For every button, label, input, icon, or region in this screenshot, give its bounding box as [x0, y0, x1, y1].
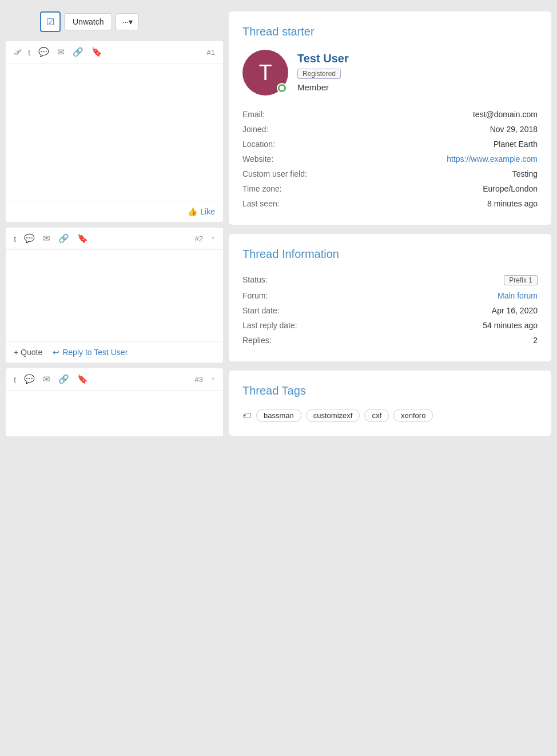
user-info: Test User Registered Member — [297, 50, 349, 92]
user-role: Member — [297, 82, 349, 92]
reply-icon: ↩ — [53, 348, 59, 357]
bookmark-icon-2[interactable]: 🔖 — [77, 233, 88, 244]
online-indicator — [277, 83, 287, 93]
bookmark-icon-3[interactable]: 🔖 — [77, 374, 88, 384]
lastreply-row: Last reply date: 54 minutes ago — [242, 318, 538, 333]
custom-row: Custom user field: Testing — [242, 166, 538, 181]
forum-link[interactable]: Main forum — [498, 291, 538, 300]
replies-value: 2 — [390, 333, 538, 348]
reply-label: Reply to Test User — [62, 348, 128, 357]
thread-starter-card: Thread starter T Test User Registered Me… — [229, 11, 551, 225]
status-row: Status: Prefix 1 — [242, 272, 538, 288]
tag-pill[interactable]: xenforo — [393, 409, 433, 422]
tag-icon: 🏷 — [242, 411, 252, 421]
post-number-3[interactable]: #3 — [195, 375, 203, 384]
lastseen-row: Last seen: 8 minutes ago — [242, 196, 538, 211]
up-arrow-icon-3[interactable]: ↑ — [211, 375, 215, 384]
tumblr-icon-3[interactable]: t — [14, 375, 16, 384]
timezone-label: Time zone: — [242, 181, 390, 196]
website-row: Website: https://www.example.com — [242, 152, 538, 166]
email-icon[interactable]: ✉ — [57, 47, 65, 57]
username[interactable]: Test User — [297, 52, 349, 65]
thread-tags-card: Thread Tags 🏷 bassmancustomizexfcxfxenfo… — [229, 371, 551, 436]
svg-point-0 — [280, 86, 284, 90]
custom-value: Testing — [390, 166, 538, 181]
tumblr-icon[interactable]: t — [28, 47, 30, 57]
thread-info-title: Thread Information — [242, 248, 538, 261]
location-row: Location: Planet Earth — [242, 137, 538, 152]
status-label: Status: — [242, 272, 390, 288]
up-arrow-icon-2[interactable]: ↑ — [211, 234, 215, 243]
thread-details-table: Status: Prefix 1 Forum: Main forum Start… — [242, 272, 538, 348]
thread-info-card: Thread Information Status: Prefix 1 Foru… — [229, 234, 551, 361]
forum-row: Forum: Main forum — [242, 288, 538, 303]
post-2-body — [6, 250, 223, 341]
location-label: Location: — [242, 137, 390, 152]
link-icon-2[interactable]: 🔗 — [58, 233, 69, 244]
tumblr-icon-2[interactable]: t — [14, 234, 16, 244]
pinterest-icon[interactable]: 𝒫 — [14, 47, 20, 57]
email-value: test@domain.com — [390, 107, 538, 122]
link-icon-3[interactable]: 🔗 — [58, 374, 69, 384]
email-label: Email: — [242, 107, 390, 122]
post-3-actions: t 💬 ✉ 🔗 🔖 #3 ↑ — [6, 368, 223, 391]
more-button[interactable]: ···▾ — [116, 13, 139, 30]
post-2-actions: t 💬 ✉ 🔗 🔖 #2 ↑ — [6, 228, 223, 250]
status-value: Prefix 1 — [390, 272, 538, 288]
unwatch-button[interactable]: Unwatch — [64, 13, 112, 30]
post-card-1: 𝒫 t 💬 ✉ 🔗 🔖 #1 👍 Like — [6, 41, 223, 222]
whatsapp-icon[interactable]: 💬 — [38, 47, 49, 57]
status-badge: Prefix 1 — [504, 275, 538, 285]
bookmark-icon[interactable]: 🔖 — [91, 47, 102, 57]
startdate-value: Apr 16, 2020 — [390, 303, 538, 318]
avatar-wrap: T — [242, 50, 288, 96]
replies-row: Replies: 2 — [242, 333, 538, 348]
tag-pill[interactable]: cxf — [364, 409, 389, 422]
startdate-label: Start date: — [242, 303, 390, 318]
post-number-2[interactable]: #2 — [195, 234, 203, 243]
joined-row: Joined: Nov 29, 2018 — [242, 122, 538, 137]
post-3-body — [6, 391, 223, 436]
user-details-table: Email: test@domain.com Joined: Nov 29, 2… — [242, 107, 538, 211]
replies-label: Replies: — [242, 333, 390, 348]
thread-tags-title: Thread Tags — [242, 384, 538, 397]
post-card-2: t 💬 ✉ 🔗 🔖 #2 ↑ + Quote ↩ Reply to Test U… — [6, 228, 223, 363]
lastreply-value: 54 minutes ago — [390, 318, 538, 333]
tags-container: 🏷 bassmancustomizexfcxfxenforo — [242, 409, 538, 422]
toolbar-row: ☑ Unwatch ···▾ — [6, 11, 223, 32]
post-card-3: t 💬 ✉ 🔗 🔖 #3 ↑ — [6, 368, 223, 436]
whatsapp-icon-2[interactable]: 💬 — [24, 233, 35, 244]
checkbox-button[interactable]: ☑ — [40, 11, 61, 32]
email-icon-3[interactable]: ✉ — [43, 374, 50, 384]
custom-label: Custom user field: — [242, 166, 390, 181]
post-number-1[interactable]: #1 — [207, 48, 215, 57]
lastreply-label: Last reply date: — [242, 318, 390, 333]
reply-button[interactable]: ↩ Reply to Test User — [53, 348, 128, 357]
post-1-body — [6, 63, 223, 201]
joined-value: Nov 29, 2018 — [390, 122, 538, 137]
tag-pill[interactable]: customizexf — [306, 409, 360, 422]
website-value: https://www.example.com — [390, 152, 538, 166]
tag-pill[interactable]: bassman — [256, 409, 301, 422]
website-link[interactable]: https://www.example.com — [447, 154, 538, 164]
like-label: Like — [200, 207, 215, 216]
lastseen-label: Last seen: — [242, 196, 390, 211]
email-icon-2[interactable]: ✉ — [43, 233, 50, 244]
user-header: T Test User Registered Member — [242, 50, 538, 96]
left-panel: ☑ Unwatch ···▾ 𝒫 t 💬 ✉ 🔗 🔖 #1 👍 Like — [6, 11, 229, 442]
thumbsup-icon: 👍 — [188, 207, 197, 216]
forum-value: Main forum — [390, 288, 538, 303]
post-2-reply-bar: + Quote ↩ Reply to Test User — [6, 341, 223, 363]
like-button[interactable]: 👍 Like — [188, 207, 215, 216]
timezone-value: Europe/London — [390, 181, 538, 196]
post-1-actions: 𝒫 t 💬 ✉ 🔗 🔖 #1 — [6, 41, 223, 63]
right-panel: Thread starter T Test User Registered Me… — [229, 11, 551, 442]
whatsapp-icon-3[interactable]: 💬 — [24, 374, 35, 384]
quote-button[interactable]: + Quote — [14, 348, 42, 357]
joined-label: Joined: — [242, 122, 390, 137]
email-row: Email: test@domain.com — [242, 107, 538, 122]
user-badge: Registered — [297, 69, 341, 79]
timezone-row: Time zone: Europe/London — [242, 181, 538, 196]
startdate-row: Start date: Apr 16, 2020 — [242, 303, 538, 318]
link-icon[interactable]: 🔗 — [73, 47, 83, 57]
